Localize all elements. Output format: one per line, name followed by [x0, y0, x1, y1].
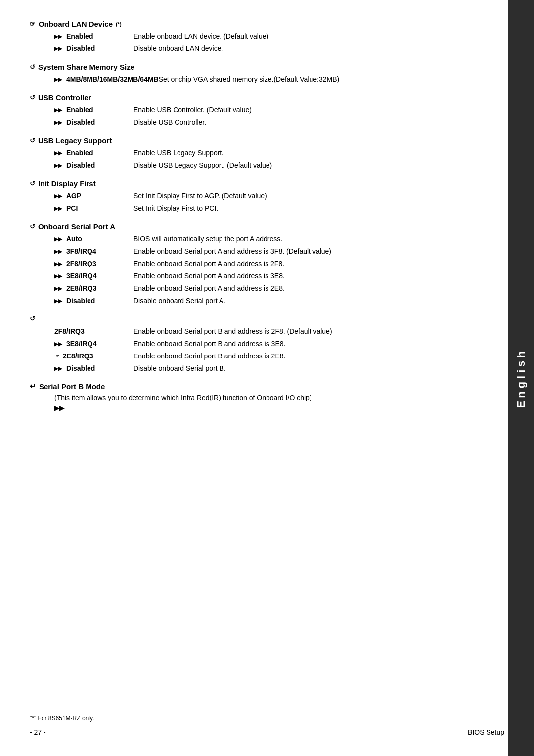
usbc-disabled-val: Disable USB Controller. [134, 117, 475, 128]
lan-enabled-val: Enable onboard LAN device. (Default valu… [134, 31, 475, 42]
section-symbol-spa: ↺ [30, 223, 35, 230]
spa-3f8-item: 3F8/IRQ4 Enable onboard Serial port A an… [54, 246, 475, 257]
spa-2f8-item: 2F8/IRQ3 Enable onboard Serial port A an… [54, 259, 475, 269]
idf-agp-key: AGP [54, 191, 134, 201]
usbl-disabled-val: Disable USB Legacy Support. (Default val… [134, 160, 475, 171]
footer-bottom: - 27 - BIOS Setup [30, 728, 504, 736]
footer-page-number: - 27 - [30, 728, 46, 736]
section-title-usbl: ↺ USB Legacy Support [30, 136, 475, 145]
spa-auto-val: BIOS will automatically setup the port A… [134, 234, 475, 244]
section-init-display: ↺ Init Display First AGP Set Init Displa… [30, 179, 475, 214]
content-area: ☞ Onboard LAN Device(*) Enabled Enable o… [30, 20, 475, 412]
spb-3e8-val: Enable onboard Serial port B and address… [134, 339, 475, 349]
spbm-description-wrapper: (This item allows you to determine which… [54, 394, 475, 412]
section-label-ssm: System Share Memory Size [38, 63, 134, 71]
spa-auto-item: Auto BIOS will automatically setup the p… [54, 234, 475, 244]
spa-2e8-key: 2E8/IRQ3 [54, 283, 134, 294]
lan-disabled-val: Disable onboard LAN device. [134, 44, 475, 54]
usbc-disabled-item: Disabled Disable USB Controller. [54, 117, 475, 128]
ssm-size-item: 4MB/8MB/16MB/32MB/64MB Set onchip VGA sh… [54, 74, 475, 85]
spa-disabled-val: Disable onboard Serial port A. [134, 296, 475, 306]
spb-2f8-item: 2F8/IRQ3 Enable onboard Serial port B an… [54, 326, 475, 337]
section-onboard-lan: ☞ Onboard LAN Device(*) Enabled Enable o… [30, 20, 475, 54]
spa-3e8-item: 3E8/IRQ4 Enable onboard Serial port A an… [54, 271, 475, 281]
sub-items-lan: Enabled Enable onboard LAN device. (Defa… [54, 31, 475, 54]
spb-2e8-key: ☞ 2E8/IRQ3 [54, 351, 134, 361]
section-onboard-serial-a: ↺ Onboard Serial Port A Auto BIOS will a… [30, 222, 475, 306]
section-title-spb-empty: ↺ [30, 315, 475, 322]
side-tab-label: English [515, 348, 528, 408]
usbl-disabled-key: Disabled [54, 160, 134, 171]
spb-3e8-key: 3E8/IRQ4 [54, 339, 134, 349]
footer: "*" For 8S651M-RZ only. - 27 - BIOS Setu… [30, 715, 504, 736]
section-label-spbm: Serial Port B Mode [39, 382, 105, 391]
usbl-enabled-key: Enabled [54, 148, 134, 158]
spa-3f8-key: 3F8/IRQ4 [54, 246, 134, 257]
spa-disabled-key: Disabled [54, 296, 134, 306]
usbl-enabled-val: Enable USB Legacy Support. [134, 148, 475, 158]
spa-auto-key: Auto [54, 234, 134, 244]
spa-3e8-key: 3E8/IRQ4 [54, 271, 134, 281]
section-symbol-lan: ☞ [30, 20, 36, 28]
spb-disabled-key: Disabled [54, 363, 134, 374]
section-symbol-spbm: ↵ [30, 382, 36, 391]
ssm-size-key: 4MB/8MB/16MB/32MB/64MB [54, 74, 159, 85]
usbc-enabled-key: Enabled [54, 105, 134, 115]
spb-3e8-item: 3E8/IRQ4 Enable onboard Serial port B an… [54, 339, 475, 349]
section-title-usbc: ↺ USB Controller [30, 93, 475, 102]
sub-items-ssm: 4MB/8MB/16MB/32MB/64MB Set onchip VGA sh… [54, 74, 475, 85]
spb-2e8-val: Enable onboard Serial port B and address… [134, 351, 475, 361]
section-title-ssm: ↺ System Share Memory Size [30, 63, 475, 71]
sub-items-usbl: Enabled Enable USB Legacy Support. Disab… [54, 148, 475, 171]
lan-disabled-key: Disabled [54, 44, 134, 54]
spb-2e8-partial-icon: ☞ [54, 352, 59, 360]
spb-2f8-val: Enable onboard Serial port B and address… [134, 326, 475, 337]
section-serial-b-empty: ↺ [30, 315, 475, 322]
spa-2f8-key: 2F8/IRQ3 [54, 259, 134, 269]
usbc-enabled-item: Enabled Enable USB Controller. (Default … [54, 105, 475, 115]
idf-pci-val: Set Init Display First to PCI. [134, 203, 475, 214]
ssm-size-val: Set onchip VGA shared memory size.(Defau… [159, 74, 475, 85]
idf-agp-val: Set Init Display First to AGP. (Default … [134, 191, 475, 201]
section-usb-controller: ↺ USB Controller Enabled Enable USB Cont… [30, 93, 475, 128]
spb-disabled-val: Disable onboard Serial port B. [134, 363, 475, 374]
section-label-lan: Onboard LAN Device [39, 20, 113, 28]
footer-bios-setup: BIOS Setup [468, 728, 504, 736]
section-serial-port-b-mode: ↵ Serial Port B Mode (This item allows y… [30, 382, 475, 412]
spb-disabled-item: Disabled Disable onboard Serial port B. [54, 363, 475, 374]
footer-divider [30, 725, 504, 725]
footer-note: "*" For 8S651M-RZ only. [30, 715, 504, 722]
usbc-disabled-key: Disabled [54, 117, 134, 128]
sub-items-spb: 2F8/IRQ3 Enable onboard Serial port B an… [54, 326, 475, 374]
section-symbol-spb-empty: ↺ [30, 315, 35, 322]
section-label-usbc: USB Controller [38, 93, 91, 102]
lan-enabled-item: Enabled Enable onboard LAN device. (Defa… [54, 31, 475, 42]
sub-items-usbc: Enabled Enable USB Controller. (Default … [54, 105, 475, 128]
section-system-share-memory: ↺ System Share Memory Size 4MB/8MB/16MB/… [30, 63, 475, 85]
spbm-arrow: ▶▶ [54, 404, 475, 412]
section-symbol-usbc: ↺ [30, 94, 35, 101]
section-symbol-ssm: ↺ [30, 63, 35, 71]
spa-2f8-val: Enable onboard Serial port A and address… [134, 259, 475, 269]
section-label-usbl: USB Legacy Support [38, 136, 112, 145]
lan-enabled-key: Enabled [54, 31, 134, 42]
idf-agp-item: AGP Set Init Display First to AGP. (Defa… [54, 191, 475, 201]
section-symbol-usbl: ↺ [30, 137, 35, 144]
section-suffix-lan: (*) [116, 21, 122, 27]
section-label-idf: Init Display First [38, 179, 96, 188]
section-symbol-idf: ↺ [30, 180, 35, 187]
section-label-spa: Onboard Serial Port A [38, 222, 115, 231]
idf-pci-key: PCI [54, 203, 134, 214]
spa-3f8-val: Enable onboard Serial port A and address… [134, 246, 475, 257]
usbl-disabled-item: Disabled Disable USB Legacy Support. (De… [54, 160, 475, 171]
sub-items-spa: Auto BIOS will automatically setup the p… [54, 234, 475, 306]
section-title-idf: ↺ Init Display First [30, 179, 475, 188]
spb-2e8-item: ☞ 2E8/IRQ3 Enable onboard Serial port B … [54, 351, 475, 361]
page-container: English ☞ Onboard LAN Device(*) Enabled … [0, 0, 534, 756]
section-usb-legacy: ↺ USB Legacy Support Enabled Enable USB … [30, 136, 475, 171]
spbm-description: (This item allows you to determine which… [54, 394, 475, 401]
spa-disabled-item: Disabled Disable onboard Serial port A. [54, 296, 475, 306]
sub-items-idf: AGP Set Init Display First to AGP. (Defa… [54, 191, 475, 214]
spb-2f8-key: 2F8/IRQ3 [54, 326, 134, 337]
section-title-spa: ↺ Onboard Serial Port A [30, 222, 475, 231]
